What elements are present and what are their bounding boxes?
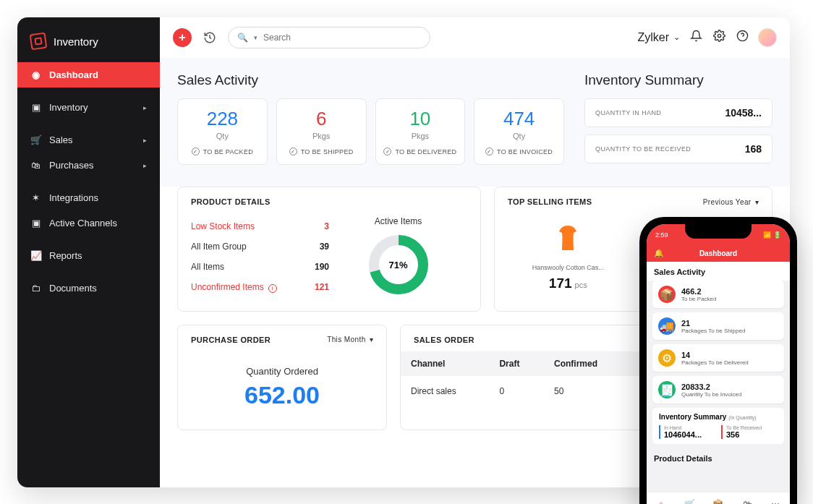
phone-tab-icon: 📦 [712, 499, 723, 505]
phone-status-icons: 📶 🔋 [763, 231, 781, 239]
phone-inventory-card: Inventory Summary (In Quantity) In Hand1… [652, 408, 784, 444]
sales-card-unit: Pkgs [382, 132, 459, 140]
brand-label: Inventory [54, 35, 98, 48]
bell-icon[interactable]: 🔔 [654, 249, 664, 258]
sidebar-item-documents[interactable]: 🗀Documents [17, 276, 160, 301]
phone-card-label: Quantity To be Invoiced [681, 391, 741, 398]
help-icon [736, 30, 749, 42]
product-details-panel: PRODUCT DETAILS Low Stock Items3All Item… [177, 187, 481, 312]
check-circle-icon: ✓ [289, 148, 297, 155]
sales-card[interactable]: 10 Pkgs ✓TO BE DELIVERED [375, 98, 466, 165]
sales-card-unit: Qty [184, 132, 261, 140]
pd-row[interactable]: All Items190 [191, 257, 329, 277]
item-name: Hanswooly Cotton Cas... [505, 264, 631, 271]
sidebar-item-purchases[interactable]: 🛍Purchases ▸ [17, 153, 160, 178]
sidebar-item-inventory[interactable]: ▣Inventory ▸ [17, 95, 160, 120]
panel-title: PURCHASE ORDER [191, 336, 271, 344]
chart-icon: 📈 [30, 250, 41, 261]
pd-row[interactable]: Low Stock Items3 [191, 216, 329, 236]
phone-card-label: Packages To be Shipped [681, 328, 745, 334]
phone-sales-title: Sales Activity [647, 262, 790, 281]
inventory-row-label: QUANTITY IN HAND [595, 109, 661, 116]
pd-row[interactable]: All Item Group39 [191, 236, 329, 257]
chevron-down-icon: ▾ [370, 336, 373, 343]
phone-sales-card[interactable]: 🧾 20833.2Quantity To be Invoiced [652, 376, 784, 403]
search-placeholder: Search [263, 33, 291, 43]
sales-card-value: 474 [480, 108, 558, 130]
phone-sales-card[interactable]: 📦 466.2To be Packed [652, 281, 784, 308]
sales-card[interactable]: 6 Pkgs ✓TO BE SHIPPED [276, 98, 367, 165]
pd-row[interactable]: Unconfirmed Itemsi121 [191, 277, 329, 298]
sidebar-item-label: Integrations [49, 192, 98, 203]
phone-pd-title: Product Details [647, 448, 790, 467]
phone-card-label: Packages To be Delivered [681, 359, 749, 366]
phone-tab[interactable]: 📦Packages [704, 492, 733, 504]
phone-card-value: 21 [681, 319, 745, 328]
table-cell: 0 [489, 376, 544, 406]
sidebar-item-reports[interactable]: 📈Reports [17, 243, 160, 268]
sidebar-item-integrations[interactable]: ✶Integrations [17, 185, 160, 210]
avatar[interactable] [758, 28, 777, 47]
top-selling-item[interactable]: Hanswooly Cotton Cas... 171pcs [505, 218, 631, 291]
sidebar-item-label: Sales [49, 134, 73, 145]
phone-notch [685, 224, 752, 239]
add-button[interactable]: + [173, 28, 192, 47]
chevron-right-icon: ▸ [143, 162, 147, 169]
sidebar-item-dashboard[interactable]: ◉Dashboard [17, 62, 160, 87]
chevron-down-icon: ▾ [254, 34, 257, 41]
phone-tab-icon: 🛍 [743, 499, 752, 505]
sales-card[interactable]: 474 Qty ✓TO BE INVOICED [474, 98, 564, 165]
sidebar-item-sales[interactable]: 🛒Sales ▸ [17, 127, 160, 153]
settings-button[interactable] [712, 30, 726, 45]
sidebar-item-active-channels[interactable]: ▣Active Channels [17, 210, 160, 236]
item-unit: pcs [575, 281, 587, 289]
bag-icon: 🛍 [30, 160, 41, 171]
bell-icon [690, 30, 702, 42]
topbar: + 🔍 ▾ Search Zylker ⌄ [160, 17, 790, 58]
brand: Inventory [17, 27, 160, 62]
item-qty: 171 [549, 276, 572, 291]
phone-card-value: 14 [681, 351, 749, 359]
phone-sales-card[interactable]: 🚚 21Packages To be Shipped [652, 312, 784, 340]
sales-card-value: 6 [283, 108, 360, 130]
sidebar-item-label: Documents [49, 283, 97, 294]
check-circle-icon: ✓ [485, 148, 493, 155]
notifications-button[interactable] [689, 30, 703, 45]
phone-mockup: 2:59 📶 🔋 🔔 Dashboard Sales Activity 📦 46… [639, 217, 797, 504]
search-input[interactable]: 🔍 ▾ Search [228, 27, 430, 48]
active-items-pct: 71% [367, 234, 430, 296]
phone-tab[interactable]: 🛒Sales Orders [676, 492, 705, 504]
chevron-right-icon: ▸ [143, 137, 147, 144]
sales-card[interactable]: 228 Qty ✓TO BE PACKED [177, 98, 268, 165]
phone-tab[interactable]: 🛍Items [733, 492, 762, 504]
inventory-logo-icon [30, 33, 48, 51]
plug-icon: ✶ [30, 192, 41, 203]
sidebar-item-label: Reports [49, 250, 82, 261]
inventory-row-value: 168 [745, 143, 762, 155]
org-switcher[interactable]: Zylker ⌄ [637, 31, 680, 44]
range-selector[interactable]: This Month▾ [327, 336, 373, 343]
sales-card-unit: Pkgs [283, 132, 360, 140]
history-button[interactable] [200, 28, 219, 47]
phone-tab[interactable]: ⋯More [761, 492, 790, 504]
pd-row-value: 39 [297, 242, 329, 252]
phone-tab[interactable]: ⌂Dashboard [647, 492, 676, 504]
po-label: Quantity Ordered [185, 366, 379, 377]
sales-card-caption: ✓TO BE INVOICED [480, 148, 558, 155]
chevron-right-icon: ▸ [143, 104, 147, 111]
history-icon [203, 31, 216, 44]
phone-card-value: 20833.2 [681, 383, 741, 391]
sales-card-value: 10 [382, 108, 459, 130]
help-button[interactable] [735, 30, 749, 45]
item-image [505, 218, 631, 260]
phone-title: Dashboard [699, 249, 737, 257]
range-selector[interactable]: Previous Year▾ [703, 198, 759, 206]
phone-sales-card[interactable]: ⚙ 14Packages To be Delivered [652, 344, 784, 372]
sales-card-caption: ✓TO BE SHIPPED [283, 148, 360, 155]
phone-time: 2:59 [655, 231, 668, 239]
pd-row-label: Low Stock Items [191, 221, 255, 231]
table-header: Channel [401, 351, 489, 376]
sidebar-item-label: Purchases [49, 160, 93, 171]
pd-row-value: 3 [297, 221, 329, 231]
folder-icon: 🗀 [30, 283, 41, 294]
